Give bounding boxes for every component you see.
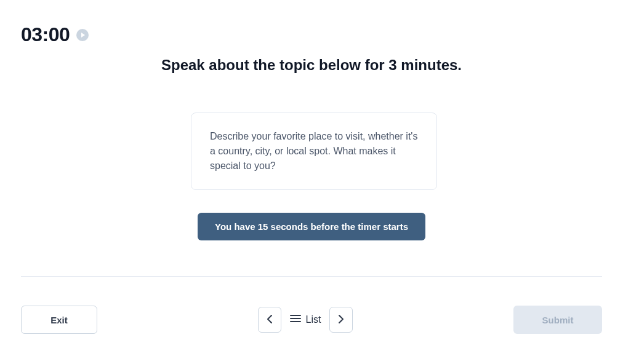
- topic-card: Describe your favorite place to visit, w…: [191, 113, 437, 190]
- prev-button[interactable]: [258, 307, 281, 333]
- footer: Exit List: [21, 306, 602, 334]
- instruction-text: Speak about the topic below for 3 minute…: [0, 57, 623, 74]
- submit-button[interactable]: Submit: [513, 306, 602, 334]
- timer-value: 03:00: [21, 23, 70, 46]
- exit-button[interactable]: Exit: [21, 306, 97, 334]
- list-button[interactable]: List: [290, 314, 321, 325]
- nav-center: List: [258, 307, 353, 333]
- chevron-right-icon: [338, 314, 344, 326]
- play-icon[interactable]: [76, 28, 89, 42]
- footer-divider: [21, 276, 602, 277]
- list-icon: [290, 314, 301, 325]
- timer-row: 03:00: [21, 23, 89, 46]
- chevron-left-icon: [267, 314, 273, 326]
- next-button[interactable]: [329, 307, 353, 333]
- topic-text: Describe your favorite place to visit, w…: [210, 129, 418, 173]
- list-label: List: [306, 314, 321, 325]
- countdown-notice: You have 15 seconds before the timer sta…: [198, 213, 425, 240]
